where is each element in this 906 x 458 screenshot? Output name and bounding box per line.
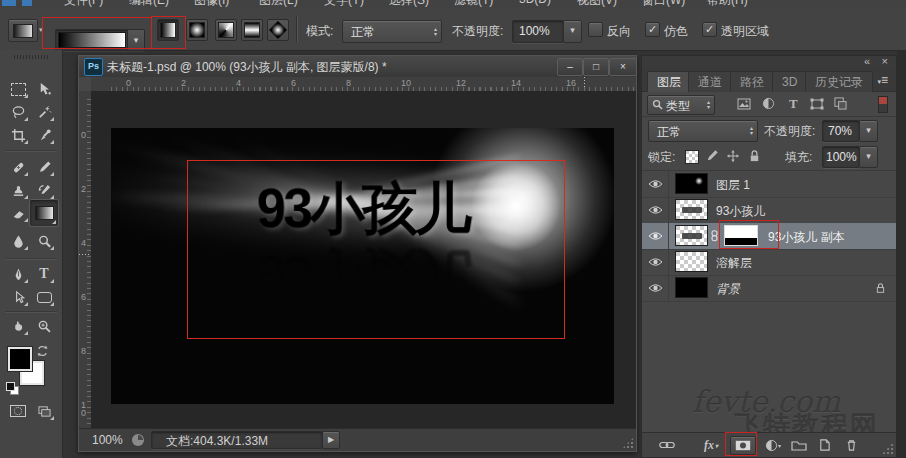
dither-checkbox[interactable]: ✓ bbox=[645, 22, 660, 37]
canvas[interactable]: 93小孩儿 93小孩儿 bbox=[111, 128, 614, 404]
layer-filter-toggle[interactable] bbox=[878, 96, 888, 113]
link-layers-button[interactable] bbox=[656, 437, 678, 453]
blend-mode-dropdown[interactable]: 正常 ▴▾ bbox=[648, 120, 758, 142]
menu-select[interactable]: 选择(S) bbox=[389, 0, 429, 8]
tab-channels[interactable]: 通道 bbox=[688, 71, 732, 92]
new-layer-button[interactable] bbox=[813, 437, 835, 453]
gradient-tool[interactable] bbox=[30, 200, 58, 226]
close-button[interactable]: × bbox=[609, 58, 637, 76]
transparency-checkbox[interactable]: ✓ bbox=[702, 22, 717, 37]
new-group-button[interactable] bbox=[788, 437, 810, 453]
layer-name[interactable]: 溶解层 bbox=[716, 255, 752, 272]
canvas-area[interactable]: 93小孩儿 93小孩儿 bbox=[91, 91, 636, 429]
panel-resize-grip[interactable] bbox=[882, 443, 893, 454]
swap-colors-icon[interactable] bbox=[36, 344, 50, 358]
layer-row-5-background[interactable]: 背景 bbox=[642, 275, 896, 302]
layer-row-1[interactable]: 图层 1 bbox=[642, 171, 896, 198]
minimize-button[interactable]: – bbox=[557, 58, 583, 76]
mask-link-icon[interactable] bbox=[710, 230, 719, 242]
lock-all-icon[interactable] bbox=[748, 149, 761, 163]
visibility-toggle[interactable] bbox=[642, 275, 669, 301]
layer-opacity-field[interactable]: 70% bbox=[822, 120, 860, 142]
menu-layer[interactable]: 图层(L) bbox=[259, 0, 298, 8]
horizontal-ruler[interactable]: 0 2 4 6 8 10 12 14 16 bbox=[91, 77, 636, 92]
panel-menu-icon[interactable]: ▾≡ bbox=[877, 73, 888, 87]
menu-image[interactable]: 图像(I) bbox=[194, 0, 229, 8]
layer-name[interactable]: 图层 1 bbox=[716, 177, 750, 194]
path-selection-tool[interactable] bbox=[6, 286, 30, 308]
opacity-arrow-button[interactable]: ▾ bbox=[563, 20, 582, 43]
filter-type-layers-icon[interactable]: T bbox=[789, 96, 798, 112]
lock-position-icon[interactable] bbox=[726, 149, 740, 163]
document-titlebar[interactable]: Ps 未标题-1.psd @ 100% (93小孩儿 副本, 图层蒙版/8) *… bbox=[79, 56, 636, 78]
linear-gradient-button[interactable] bbox=[157, 19, 179, 41]
gradient-picker-arrow[interactable]: ▾ bbox=[127, 30, 144, 50]
layer-name[interactable]: 93小孩儿 副本 bbox=[768, 229, 845, 246]
zoom-level[interactable]: 100% bbox=[92, 433, 123, 447]
reverse-checkbox[interactable] bbox=[588, 22, 603, 37]
history-brush-tool[interactable] bbox=[32, 179, 56, 201]
quick-mask-button[interactable] bbox=[6, 400, 30, 422]
opacity-field[interactable]: 100% bbox=[512, 20, 564, 43]
angle-gradient-button[interactable] bbox=[215, 19, 237, 41]
layer-thumbnail[interactable] bbox=[675, 277, 708, 298]
eraser-tool[interactable] bbox=[6, 202, 30, 224]
layer-row-3-selected[interactable]: 93小孩儿 副本 bbox=[642, 223, 896, 250]
filter-pixel-layers-icon[interactable] bbox=[737, 98, 751, 110]
blur-tool[interactable] bbox=[6, 230, 30, 252]
layer-name[interactable]: 93小孩儿 bbox=[716, 203, 765, 220]
filter-smart-object-icon[interactable] bbox=[834, 97, 847, 110]
zoom-tool[interactable] bbox=[32, 315, 56, 337]
eyedropper-tool[interactable] bbox=[32, 124, 56, 146]
document-info-field[interactable]: 文档:404.3K/1.33M bbox=[151, 431, 323, 449]
menu-window[interactable]: 窗口(W) bbox=[642, 0, 685, 8]
move-tool[interactable] bbox=[32, 78, 56, 100]
screen-mode-button[interactable] bbox=[32, 400, 56, 422]
clone-stamp-tool[interactable] bbox=[6, 179, 30, 201]
magic-wand-tool[interactable] bbox=[32, 101, 56, 123]
fill-arrow[interactable]: ▾ bbox=[859, 146, 878, 168]
menu-edit[interactable]: 编辑(E) bbox=[129, 0, 169, 8]
layer-row-4[interactable]: 溶解层 bbox=[642, 249, 896, 276]
tool-preset-arrow-icon[interactable]: ▾ bbox=[39, 26, 43, 34]
visibility-toggle[interactable] bbox=[642, 197, 669, 223]
visibility-toggle[interactable] bbox=[642, 249, 669, 275]
visibility-toggle[interactable] bbox=[642, 171, 669, 197]
delete-layer-button[interactable] bbox=[840, 437, 862, 453]
radial-gradient-button[interactable] bbox=[186, 19, 208, 41]
tab-layers[interactable]: 图层 bbox=[647, 71, 691, 92]
add-layer-mask-button[interactable] bbox=[730, 436, 756, 455]
maximize-button[interactable]: □ bbox=[583, 58, 609, 76]
layer-thumbnail[interactable] bbox=[675, 225, 708, 246]
lock-transparent-icon[interactable] bbox=[685, 150, 699, 164]
layer-thumbnail[interactable] bbox=[675, 199, 708, 220]
collapse-panels-icon[interactable]: « bbox=[864, 55, 870, 67]
reflected-gradient-button[interactable] bbox=[241, 19, 263, 41]
dodge-tool[interactable] bbox=[32, 230, 56, 252]
brush-tool[interactable] bbox=[32, 156, 56, 178]
filter-adjustment-icon[interactable] bbox=[762, 97, 775, 110]
layer-mask-thumbnail[interactable] bbox=[724, 225, 758, 246]
resize-grip[interactable] bbox=[622, 437, 634, 449]
layer-style-button[interactable]: fx▾ bbox=[700, 437, 722, 453]
filter-type-dropdown[interactable]: 类型 ▴▾ bbox=[647, 95, 715, 115]
tab-paths[interactable]: 路径 bbox=[730, 71, 774, 92]
mode-dropdown[interactable]: 正常 ▴▾ bbox=[342, 20, 442, 43]
layer-thumbnail[interactable] bbox=[675, 173, 708, 194]
foreground-color-swatch[interactable] bbox=[8, 347, 32, 371]
tool-preset-picker[interactable] bbox=[8, 19, 38, 42]
gradient-preview-picker[interactable]: ▾ bbox=[55, 29, 145, 51]
type-tool[interactable]: T bbox=[32, 263, 56, 285]
pen-tool[interactable] bbox=[6, 263, 30, 285]
lasso-tool[interactable] bbox=[6, 101, 30, 123]
status-options-arrow[interactable]: ▶ bbox=[322, 431, 340, 449]
menu-filter[interactable]: 滤镜(T) bbox=[454, 0, 493, 8]
healing-brush-tool[interactable] bbox=[6, 156, 30, 178]
diamond-gradient-button[interactable] bbox=[267, 19, 289, 41]
panel-grip[interactable] bbox=[14, 55, 48, 59]
filter-shape-layers-icon[interactable] bbox=[810, 98, 824, 110]
gradient-preview-bar[interactable] bbox=[58, 32, 126, 48]
layer-name[interactable]: 背景 bbox=[716, 281, 740, 298]
hand-tool[interactable] bbox=[6, 315, 30, 337]
layer-thumbnail[interactable] bbox=[675, 251, 708, 272]
